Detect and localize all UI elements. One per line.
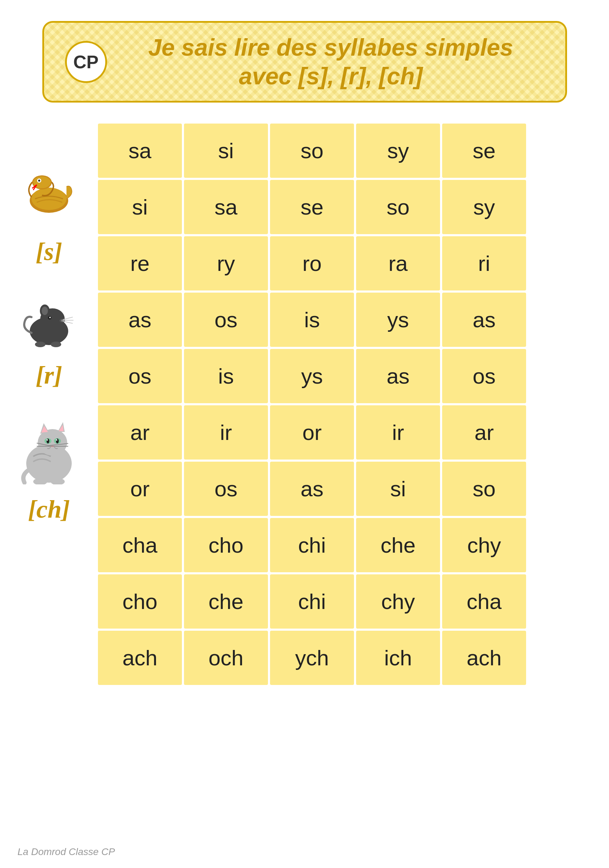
rat-image — [21, 282, 77, 359]
cell-2-0: re — [98, 236, 182, 290]
cell-1-4: sy — [442, 180, 526, 234]
sidebar-item-rat: [r] — [14, 282, 84, 395]
cell-6-2: as — [270, 462, 354, 516]
cell-6-0: or — [98, 462, 182, 516]
sidebar-item-cat: [ch] — [14, 406, 84, 529]
phoneme-ch-label: [ch] — [28, 495, 70, 524]
table-row: si sa se so sy — [98, 180, 595, 234]
cell-5-0: ar — [98, 405, 182, 460]
header-title: Je sais lire des syllabes simples avec [… — [117, 33, 544, 90]
table-row: as os is ys as — [98, 293, 595, 347]
cell-9-3: ich — [356, 631, 440, 685]
cell-5-1: ir — [184, 405, 268, 460]
page: CP Je sais lire des syllabes simples ave… — [0, 0, 609, 868]
svg-point-29 — [46, 439, 49, 443]
header: CP Je sais lire des syllabes simples ave… — [14, 21, 595, 102]
table-row: or os as si so — [98, 462, 595, 516]
cell-8-0: cho — [98, 574, 182, 629]
snake-icon — [21, 144, 77, 215]
cat-image — [19, 406, 79, 493]
table-row: re ry ro ra ri — [98, 236, 595, 290]
cell-5-3: ir — [356, 405, 440, 460]
cell-1-2: se — [270, 180, 354, 234]
cell-6-1: os — [184, 462, 268, 516]
cell-4-2: ys — [270, 349, 354, 403]
svg-point-20 — [51, 342, 61, 347]
svg-point-30 — [56, 439, 59, 443]
svg-point-13 — [49, 317, 51, 318]
cell-7-2: chi — [270, 518, 354, 572]
cell-9-2: ych — [270, 631, 354, 685]
cell-0-4: se — [442, 124, 526, 178]
header-box: CP Je sais lire des syllabes simples ave… — [42, 21, 567, 102]
table-row: ach och ych ich ach — [98, 631, 595, 685]
phoneme-r-label: [r] — [36, 361, 62, 390]
table-row: ar ir or ir ar — [98, 405, 595, 460]
cell-2-3: ra — [356, 236, 440, 290]
cell-7-3: che — [356, 518, 440, 572]
svg-point-31 — [46, 439, 48, 441]
cat-icon — [19, 414, 79, 484]
table-row: os is ys as os — [98, 349, 595, 403]
cell-8-1: che — [184, 574, 268, 629]
all-rows: sa si so sy se si sa se so sy re r — [98, 124, 595, 685]
cell-6-3: si — [356, 462, 440, 516]
cell-3-3: ys — [356, 293, 440, 347]
cell-0-3: sy — [356, 124, 440, 178]
cell-2-1: ry — [184, 236, 268, 290]
cell-1-3: so — [356, 180, 440, 234]
svg-point-5 — [38, 180, 40, 181]
cell-4-1: is — [184, 349, 268, 403]
footer-text: La Domrod Classe CP — [17, 846, 115, 857]
rat-icon — [21, 293, 77, 349]
cell-3-0: as — [98, 293, 182, 347]
cell-2-2: ro — [270, 236, 354, 290]
cell-8-3: chy — [356, 574, 440, 629]
cell-0-2: so — [270, 124, 354, 178]
cell-3-1: os — [184, 293, 268, 347]
cell-7-1: cho — [184, 518, 268, 572]
cell-3-4: as — [442, 293, 526, 347]
cell-0-0: sa — [98, 124, 182, 178]
cell-5-4: ar — [442, 405, 526, 460]
cell-4-4: os — [442, 349, 526, 403]
svg-point-1 — [31, 188, 66, 210]
table-row: cho che chi chy cha — [98, 574, 595, 629]
svg-point-32 — [56, 439, 57, 441]
cell-7-0: cha — [98, 518, 182, 572]
main-layout: [s] — [14, 124, 595, 685]
cell-3-2: is — [270, 293, 354, 347]
table-row: cha cho chi che chy — [98, 518, 595, 572]
cell-0-1: si — [184, 124, 268, 178]
cell-4-3: as — [356, 349, 440, 403]
cell-6-4: so — [442, 462, 526, 516]
cell-8-4: cha — [442, 574, 526, 629]
cell-9-0: ach — [98, 631, 182, 685]
cell-9-4: ach — [442, 631, 526, 685]
cell-4-0: os — [98, 349, 182, 403]
svg-point-11 — [42, 307, 48, 315]
cell-1-0: si — [98, 180, 182, 234]
table-row: sa si so sy se — [98, 124, 595, 178]
sidebar: [s] — [14, 124, 84, 685]
svg-point-19 — [35, 342, 45, 347]
cell-8-2: chi — [270, 574, 354, 629]
syllable-grid: sa si so sy se si sa se so sy re r — [84, 124, 595, 685]
cell-5-2: or — [270, 405, 354, 460]
cell-1-1: sa — [184, 180, 268, 234]
cp-badge: CP — [65, 41, 107, 83]
cell-2-4: ri — [442, 236, 526, 290]
cell-7-4: chy — [442, 518, 526, 572]
cell-9-1: och — [184, 631, 268, 685]
phoneme-s-label: [s] — [36, 237, 62, 267]
sidebar-item-snake: [s] — [14, 124, 84, 271]
snake-image — [21, 124, 77, 236]
